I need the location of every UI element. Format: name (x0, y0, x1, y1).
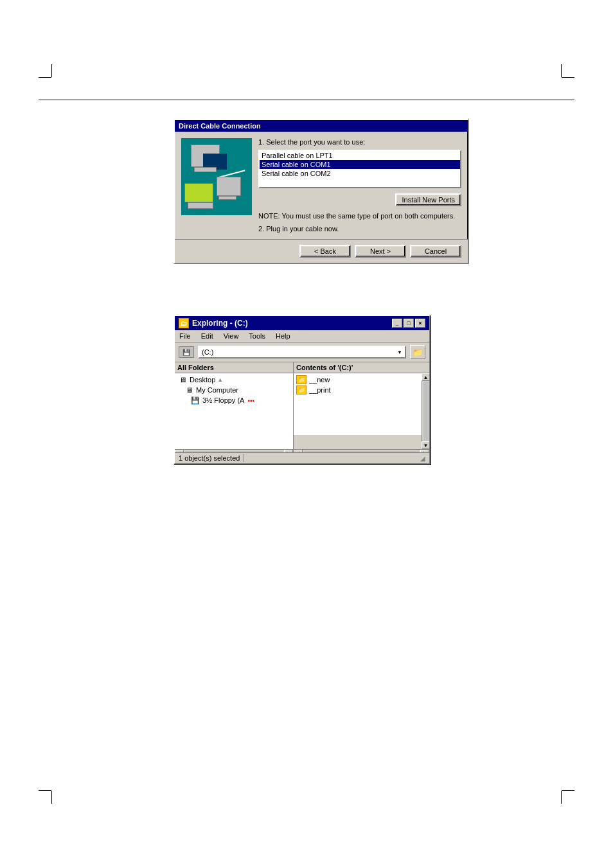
drive-icon: 💾 (179, 346, 194, 358)
floppy-selected-indicator: ▪▪▪ (247, 397, 254, 404)
dcc-right-panel: 1. Select the port you want to use: Para… (258, 138, 461, 233)
file-item-print-label: __print (309, 386, 331, 394)
back-button[interactable]: < Back (299, 245, 351, 258)
dcc-illustration (181, 138, 252, 215)
file-item-new-label: __new (309, 376, 330, 384)
dcc-footer: < Back Next > Cancel (175, 239, 468, 263)
left-pane: All Folders 🖥 Desktop ▲ 🖥 My Computer 💾 … (175, 362, 294, 452)
explorer-title-icon: 🗂 (179, 318, 189, 328)
scroll-track[interactable] (185, 451, 283, 453)
floppy-icon: 💾 (190, 396, 200, 405)
maximize-button[interactable]: □ (404, 319, 414, 328)
tree-item-mycomputer[interactable]: 🖥 My Computer (182, 385, 292, 395)
explorer-content: All Folders 🖥 Desktop ▲ 🖥 My Computer 💾 … (175, 362, 429, 452)
resize-icon: ◢ (420, 455, 425, 462)
scroll-right-button[interactable]: ► (284, 450, 293, 453)
tree-item-mycomputer-label: My Computer (196, 386, 238, 394)
tree-item-desktop[interactable]: 🖥 Desktop ▲ (176, 375, 292, 385)
left-pane-scrollbar[interactable]: ◄ ► (175, 449, 293, 452)
menu-view[interactable]: View (222, 332, 241, 341)
menu-tools[interactable]: Tools (247, 332, 267, 341)
scroll-right2-button[interactable]: ► (420, 450, 429, 453)
explorer-menubar: File Edit View Tools Help (175, 330, 429, 342)
explorer-window: 🗂 Exploring - (C:) _ □ × File Edit View … (173, 315, 431, 465)
tree-item-floppy[interactable]: 💾 3½ Floppy (A ▪▪▪ (189, 395, 292, 405)
status-text: 1 object(s) selected (179, 454, 240, 462)
file-item-new[interactable]: 📁 __new (295, 375, 420, 385)
scroll-down-button[interactable]: ▼ (422, 441, 430, 449)
folder-print-icon: 📁 (296, 385, 306, 394)
port-listbox[interactable]: Parallel cable on LPT1 Serial cable on C… (258, 150, 461, 188)
port-item-lpt1[interactable]: Parallel cable on LPT1 (260, 151, 460, 160)
cancel-button[interactable]: Cancel (410, 245, 461, 258)
scroll-track2[interactable] (304, 451, 419, 453)
explorer-statusbar: 1 object(s) selected ◢ (175, 452, 429, 463)
drive-label: (C:) (202, 348, 213, 356)
step1-label: 1. Select the port you want to use: (258, 138, 461, 146)
install-ports-button[interactable]: Install New Ports (395, 193, 461, 206)
explorer-title-buttons: _ □ × (392, 319, 425, 328)
dcc-titlebar: Direct Cable Connection (175, 120, 468, 132)
explorer-toolbar: 💾 (C:) ▼ 📁 (175, 342, 429, 362)
right-pane: Contents of '(C:)' 📁 __new 📁 __print ▲ (294, 362, 429, 452)
close-button[interactable]: × (415, 319, 425, 328)
next-button[interactable]: Next > (355, 245, 406, 258)
right-pane-vscrollbar[interactable]: ▲ ▼ (422, 373, 429, 449)
menu-file[interactable]: File (177, 332, 193, 341)
port-item-com2[interactable]: Serial cable on COM2 (260, 169, 460, 178)
dcc-note: NOTE: You must use the same type of port… (258, 211, 461, 221)
folder-new-icon: 📁 (296, 375, 306, 384)
explorer-title: Exploring - (C:) (192, 319, 248, 328)
explorer-titlebar: 🗂 Exploring - (C:) _ □ × (175, 316, 429, 330)
scroll-left-button[interactable]: ◄ (175, 450, 184, 453)
right-pane-content: 📁 __new 📁 __print (294, 373, 422, 435)
dropdown-arrow-icon: ▼ (397, 350, 402, 355)
left-pane-content: 🖥 Desktop ▲ 🖥 My Computer 💾 3½ Floppy (A… (175, 373, 293, 449)
scroll-up-indicator: ▲ (217, 376, 223, 383)
drive-dropdown[interactable]: (C:) ▼ (198, 346, 406, 359)
right-pane-header: Contents of '(C:)' (294, 362, 429, 373)
tree-item-floppy-label: 3½ Floppy (A (202, 396, 244, 404)
port-item-com1[interactable]: Serial cable on COM1 (260, 160, 460, 169)
step2-label: 2. Plug in your cable now. (258, 225, 461, 233)
menu-help[interactable]: Help (274, 332, 292, 341)
scroll-up-button[interactable]: ▲ (422, 373, 430, 381)
minimize-button[interactable]: _ (392, 319, 402, 328)
dcc-title: Direct Cable Connection (179, 122, 261, 130)
scroll-left2-button[interactable]: ◄ (294, 450, 303, 453)
up-folder-button[interactable]: 📁 (410, 345, 425, 359)
status-divider (244, 454, 244, 462)
menu-edit[interactable]: Edit (199, 332, 215, 341)
desktop-icon: 🖥 (177, 375, 188, 384)
file-item-print[interactable]: 📁 __print (295, 385, 420, 395)
up-folder-icon: 📁 (413, 348, 423, 357)
mycomputer-icon: 🖥 (184, 385, 194, 394)
right-pane-scrollbar[interactable]: ◄ ► (294, 449, 429, 452)
dcc-dialog: Direct Cable Connection 1. Select the po… (173, 119, 469, 264)
tree-item-desktop-label: Desktop (190, 376, 215, 384)
left-pane-header: All Folders (175, 362, 293, 373)
